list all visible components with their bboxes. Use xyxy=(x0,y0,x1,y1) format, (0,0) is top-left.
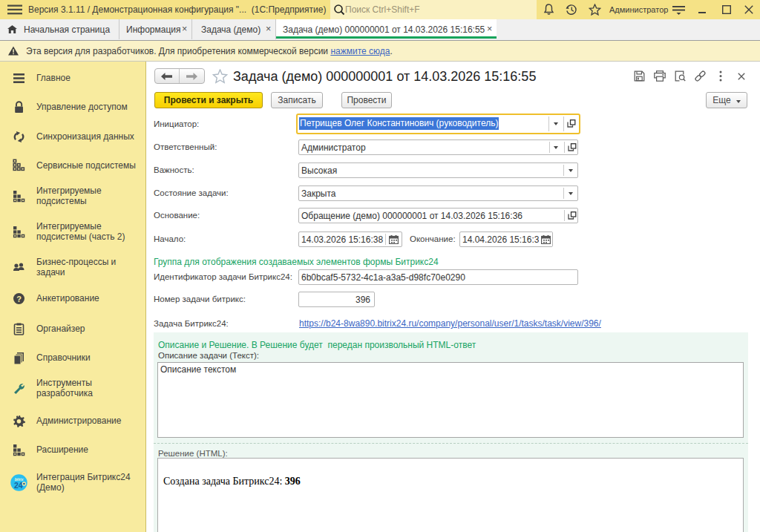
svg-text:?: ? xyxy=(16,295,22,303)
svg-text:24: 24 xyxy=(14,481,23,490)
